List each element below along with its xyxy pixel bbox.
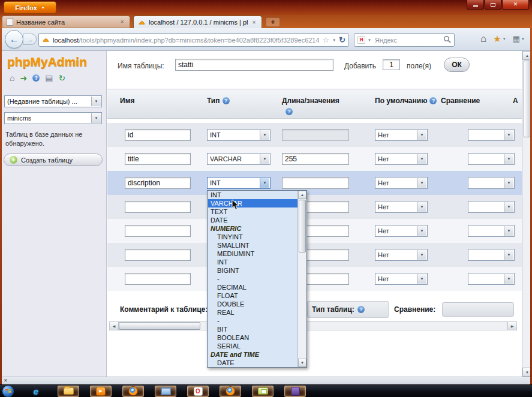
dropdown-scrollbar[interactable]: ▲ ▼ (297, 191, 306, 367)
type-option[interactable]: SMALLINT (208, 241, 297, 249)
back-button[interactable]: ← (5, 30, 23, 49)
column-length-input[interactable] (282, 177, 349, 189)
search-icon[interactable] (443, 35, 451, 45)
chevron-down-icon[interactable]: ▼ (368, 38, 371, 42)
horizontal-scrollbar[interactable]: ◀ ▶ (109, 321, 517, 330)
type-option[interactable]: BIGINT (208, 266, 297, 275)
tab-phpmyadmin[interactable]: localhost / 127.0.0.1 / minicms | php...… (133, 16, 262, 28)
column-type-select[interactable]: VARCHAR▼ (207, 153, 270, 165)
column-default-select[interactable]: Нет▼ (375, 225, 428, 237)
tab-site[interactable]: Название сайта ✕ (2, 16, 130, 28)
help-icon[interactable]: ? (283, 107, 293, 116)
help-icon[interactable]: ? (429, 97, 437, 104)
column-name-input[interactable] (125, 177, 191, 189)
tab-close-icon[interactable]: ✕ (251, 19, 257, 26)
column-collation-select[interactable]: ▼ (468, 225, 515, 237)
scroll-up-icon[interactable]: ▲ (298, 191, 306, 199)
column-name-input[interactable] (125, 129, 191, 141)
taskbar-images-button[interactable] (252, 386, 273, 397)
scrollbar-thumb[interactable] (119, 322, 200, 330)
logout-icon[interactable]: ➜ (20, 74, 27, 82)
help-icon[interactable]: ? (32, 74, 40, 82)
ok-button[interactable]: ОК (444, 58, 470, 72)
taskbar-window-button[interactable] (155, 386, 176, 397)
column-default-select[interactable]: Нет▼ (375, 129, 428, 141)
type-option[interactable]: BIT (208, 325, 297, 333)
column-collation-select[interactable]: ▼ (468, 129, 515, 141)
type-option[interactable]: INT (208, 258, 297, 266)
type-option[interactable]: DATE (208, 359, 297, 367)
column-name-input[interactable] (125, 201, 191, 213)
taskbar-explorer-button[interactable] (58, 386, 79, 397)
type-option[interactable]: DECIMAL (208, 283, 297, 291)
tab-close-icon[interactable]: ✕ (119, 18, 125, 26)
type-option[interactable]: SERIAL (208, 342, 297, 350)
column-default-select[interactable]: Нет▼ (375, 153, 428, 165)
column-collation-select[interactable]: ▼ (468, 249, 515, 261)
maximize-button[interactable] (485, 0, 501, 10)
chevron-down-icon[interactable]: ▼ (332, 38, 336, 42)
reload-icon[interactable]: ↻ (339, 35, 345, 44)
type-option[interactable]: MEDIUMINT (208, 249, 297, 258)
bookmarks-button[interactable]: ★▼ (493, 34, 506, 43)
type-option-hovered[interactable]: VARCHAR (208, 199, 297, 207)
taskbar-opera-button[interactable]: O (187, 386, 209, 397)
close-icon[interactable]: ✕ (4, 378, 8, 383)
type-option[interactable]: - (208, 317, 297, 325)
taskbar-firefox-button[interactable] (122, 386, 144, 397)
home-icon[interactable]: ⌂ (10, 74, 14, 82)
create-table-button[interactable]: + Создать таблицу (4, 154, 103, 166)
scroll-left-icon[interactable]: ◀ (110, 322, 119, 330)
column-collation-select[interactable]: ▼ (468, 177, 515, 189)
minimize-button[interactable] (467, 0, 484, 10)
help-icon[interactable]: ? (357, 306, 365, 313)
column-type-select[interactable]: INT▼ (207, 129, 270, 141)
table-name-input[interactable] (175, 59, 333, 71)
search-input[interactable] (374, 36, 441, 44)
type-option[interactable]: FLOAT (208, 291, 297, 300)
new-tab-button[interactable]: + (266, 17, 280, 27)
forward-button[interactable]: → (23, 34, 37, 45)
type-option[interactable]: TEXT (208, 207, 297, 216)
column-default-select[interactable]: Нет▼ (375, 273, 428, 285)
column-type-select-open[interactable]: INT▼ (207, 177, 270, 189)
type-option[interactable]: DATE (208, 216, 297, 224)
scroll-down-icon[interactable]: ▼ (298, 359, 306, 367)
firefox-menu-button[interactable]: Firefox ▼ (4, 1, 56, 14)
close-button[interactable]: ✕ (502, 0, 529, 10)
type-option[interactable]: INT (208, 191, 297, 199)
bookmark-star-icon[interactable]: ☆ (322, 35, 329, 44)
taskbar-media-button[interactable]: ▶ (90, 386, 112, 397)
refresh-icon[interactable]: ↻ (58, 74, 65, 82)
taskbar-ie-button[interactable]: e (25, 386, 47, 397)
column-collation-select[interactable]: ▼ (468, 153, 515, 165)
database-select[interactable]: minicms ▼ (4, 112, 102, 124)
type-option[interactable]: DOUBLE (208, 300, 297, 308)
taskbar-app-button[interactable] (284, 386, 306, 397)
column-default-select[interactable]: Нет▼ (375, 249, 428, 261)
type-option[interactable]: - (208, 275, 297, 283)
column-name-input[interactable] (125, 225, 191, 237)
column-name-input[interactable] (125, 273, 191, 285)
home-button[interactable]: ⌂ (480, 34, 486, 44)
menu-button[interactable]: ▦▼ (513, 35, 525, 43)
start-button[interactable] (2, 385, 14, 397)
recent-tables-select[interactable]: (Недавние таблицы) ... ▼ (4, 95, 102, 107)
search-bar[interactable]: Я ▼ (354, 33, 455, 47)
column-name-input[interactable] (125, 249, 191, 261)
column-collation-select[interactable]: ▼ (468, 201, 515, 213)
taskbar-firefox2-button[interactable] (220, 386, 241, 397)
column-collation-select[interactable]: ▼ (468, 273, 515, 285)
table-collation-select[interactable] (442, 302, 514, 317)
help-icon[interactable]: ? (223, 97, 230, 104)
column-default-select[interactable]: Нет▼ (375, 201, 428, 213)
column-name-input[interactable] (125, 153, 191, 165)
url-bar[interactable]: localhost/tools/phpmyadmin/index.php?db=… (38, 33, 349, 47)
column-default-select[interactable]: Нет▼ (375, 177, 428, 189)
type-option[interactable]: TINYINT (208, 233, 297, 241)
scrollbar-thumb[interactable] (299, 200, 306, 252)
column-length-input[interactable] (282, 153, 349, 165)
documentation-icon[interactable]: ▤ (45, 74, 53, 82)
type-option[interactable]: REAL (208, 308, 297, 317)
scroll-right-icon[interactable]: ▶ (507, 322, 516, 330)
